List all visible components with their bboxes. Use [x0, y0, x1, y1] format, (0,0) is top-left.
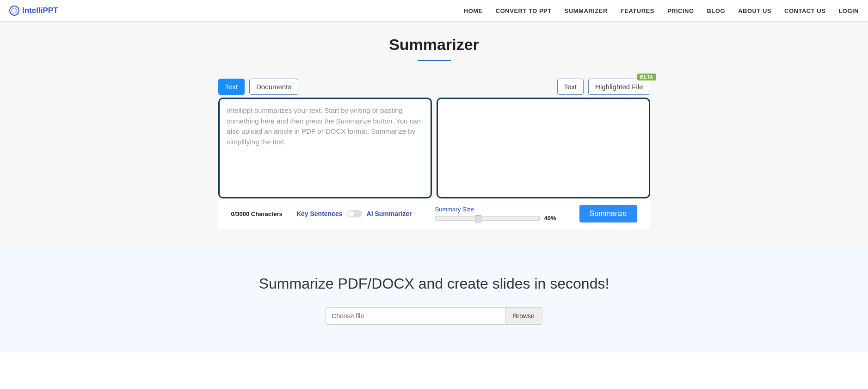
- file-chooser: Choose file Browse: [0, 307, 868, 325]
- upload-title: Summarize PDF/DOCX and create slides in …: [0, 275, 868, 292]
- slider-row: 40%: [435, 215, 556, 222]
- mode-ai-summarizer: AI Summarizer: [367, 210, 412, 217]
- output-panel: [437, 98, 650, 198]
- main-nav: HOME CONVERT TO PPT SUMMARIZER FEATURES …: [464, 7, 859, 14]
- nav-convert[interactable]: CONVERT TO PPT: [496, 7, 552, 14]
- char-count: 0/3000 Characters: [231, 210, 283, 217]
- logo[interactable]: IntelliPPT: [9, 6, 58, 16]
- mode-toggle[interactable]: [347, 210, 362, 217]
- tab-highlighted-label: Highlighted File: [595, 83, 643, 91]
- nav-about[interactable]: ABOUT US: [738, 7, 771, 14]
- summarizer-section: Summarizer Text Documents Text Highlight…: [0, 22, 868, 247]
- beta-badge: BETA: [637, 74, 656, 80]
- nav-blog[interactable]: BLOG: [707, 7, 726, 14]
- tab-text-output[interactable]: Text: [557, 79, 584, 95]
- tabs-row: Text Documents Text Highlighted File BET…: [218, 79, 650, 95]
- logo-icon: [9, 6, 19, 16]
- input-panel: [218, 98, 432, 198]
- tab-text-input[interactable]: Text: [218, 79, 245, 95]
- nav-login[interactable]: LOGIN: [838, 7, 859, 14]
- output-tabs: Text Highlighted File BETA: [557, 79, 650, 95]
- tab-highlighted-file[interactable]: Highlighted File BETA: [588, 79, 650, 95]
- page-title: Summarizer: [0, 36, 868, 54]
- summary-size-label: Summary Size: [435, 206, 556, 213]
- input-tabs: Text Documents: [218, 79, 298, 95]
- panels: [218, 98, 650, 198]
- nav-pricing[interactable]: PRICING: [667, 7, 694, 14]
- nav-summarizer[interactable]: SUMMARIZER: [565, 7, 608, 14]
- input-textarea[interactable]: [227, 105, 423, 191]
- tab-documents[interactable]: Documents: [249, 79, 298, 95]
- browse-button[interactable]: Browse: [505, 307, 542, 325]
- summary-size-value: 40%: [544, 215, 556, 222]
- nav-features[interactable]: FEATURES: [621, 7, 654, 14]
- title-underline: [418, 60, 451, 61]
- summarize-button[interactable]: Summarize: [579, 205, 637, 222]
- logo-text: IntelliPPT: [22, 6, 58, 15]
- summary-size-slider[interactable]: [435, 216, 540, 221]
- file-input[interactable]: Choose file: [326, 307, 505, 325]
- upload-section: Summarize PDF/DOCX and create slides in …: [0, 247, 868, 352]
- controls-bar: 0/3000 Characters Key Sentences AI Summa…: [218, 198, 650, 229]
- slider-thumb[interactable]: [475, 215, 481, 222]
- mode-key-sentences: Key Sentences: [296, 210, 343, 217]
- summarizer-container: Text Documents Text Highlighted File BET…: [218, 79, 650, 229]
- mode-toggle-group: Key Sentences AI Summarizer: [296, 210, 412, 217]
- summary-size-group: Summary Size 40%: [435, 206, 556, 222]
- nav-contact[interactable]: CONTACT US: [784, 7, 825, 14]
- header: IntelliPPT HOME CONVERT TO PPT SUMMARIZE…: [0, 0, 868, 22]
- nav-home[interactable]: HOME: [464, 7, 483, 14]
